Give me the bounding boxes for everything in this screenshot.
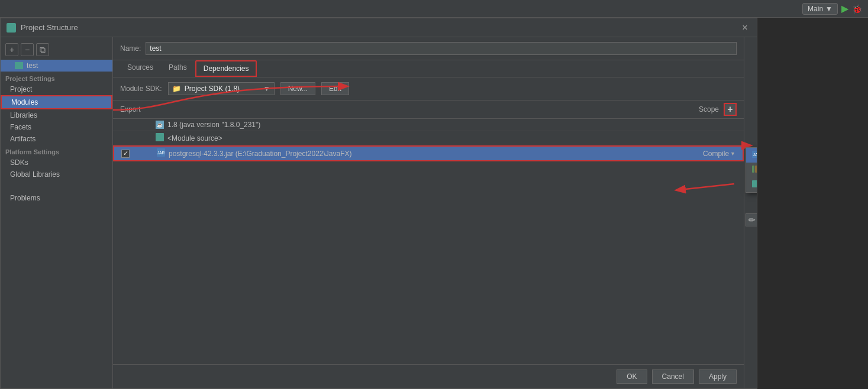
svg-text:JAR: JAR bbox=[157, 151, 164, 155]
edit-dependency-button[interactable]: ✏ bbox=[746, 213, 757, 226]
name-input[interactable] bbox=[146, 42, 737, 55]
module-source-name-cell: <Module source> bbox=[156, 133, 677, 143]
svg-text:JAR: JAR bbox=[753, 153, 757, 157]
dialog-container: Project Structure × + − ⧉ test Project S… bbox=[0, 18, 868, 389]
module-source-name: <Module source> bbox=[167, 134, 222, 142]
dep-row-postgresql[interactable]: JAR postgresql-42.3.3.jar (E:\Graduation… bbox=[113, 145, 744, 161]
svg-rect-2 bbox=[156, 133, 164, 141]
sdk-new-button[interactable]: New... bbox=[280, 82, 315, 95]
project-settings-section: Project Settings bbox=[1, 72, 112, 83]
tabs-row: Sources Paths Dependencies bbox=[113, 60, 744, 77]
name-label: Name: bbox=[120, 44, 141, 53]
chevron-down-icon: ▼ bbox=[263, 85, 270, 93]
jdk-name-cell: ☕ 1.8 (java version "1.8.0_231") bbox=[156, 121, 677, 129]
tab-paths[interactable]: Paths bbox=[162, 60, 194, 77]
add-dep-area: + bbox=[724, 103, 737, 116]
svg-text:☕: ☕ bbox=[157, 122, 163, 128]
sidebar-toolbar: + − ⧉ bbox=[1, 42, 112, 57]
sidebar-item-global-libraries[interactable]: Global Libraries bbox=[1, 168, 112, 180]
svg-rect-7 bbox=[752, 166, 754, 173]
module-dep-dropdown-icon bbox=[752, 180, 757, 189]
svg-rect-10 bbox=[752, 180, 757, 187]
dep-row-module-source[interactable]: <Module source> bbox=[113, 131, 744, 145]
add-dependency-dropdown: JAR 1 JARs or directories... bbox=[746, 147, 757, 193]
postgresql-checkbox[interactable] bbox=[121, 150, 130, 158]
sidebar-item-libraries[interactable]: Libraries bbox=[1, 109, 112, 121]
sidebar-item-artifacts[interactable]: Artifacts bbox=[1, 133, 112, 145]
dependencies-table: ☕ 1.8 (java version "1.8.0_231") bbox=[113, 119, 744, 364]
jdk-icon: ☕ bbox=[156, 121, 164, 129]
sidebar-item-facets[interactable]: Facets bbox=[1, 121, 112, 133]
dropdown-item-library[interactable]: 2 Library... ▶ bbox=[746, 163, 757, 177]
sidebar-item-modules[interactable]: Modules bbox=[1, 95, 112, 109]
platform-settings-section: Platform Settings bbox=[1, 145, 112, 157]
postgresql-name-cell: JAR postgresql-42.3.3.jar (E:\Graduation… bbox=[157, 148, 676, 158]
module-source-icon bbox=[156, 133, 164, 143]
module-sdk-row: Module SDK: 📁 Project SDK (1.8) ▼ New...… bbox=[113, 77, 744, 101]
ok-button[interactable]: OK bbox=[617, 369, 647, 384]
cancel-button[interactable]: Cancel bbox=[652, 369, 694, 384]
scope-value: Compile bbox=[703, 150, 729, 158]
deps-header: Export Scope + bbox=[113, 101, 744, 119]
postgresql-name: postgresql-42.3.3.jar (E:\Graduation_Pro… bbox=[169, 150, 352, 158]
sidebar-item-problems[interactable]: Problems bbox=[1, 192, 112, 204]
scope-header: Scope bbox=[660, 105, 719, 114]
add-dependency-button[interactable]: + bbox=[724, 103, 737, 116]
sidebar-item-sdks[interactable]: SDKs bbox=[1, 157, 112, 168]
jar-dropdown-icon: JAR bbox=[752, 151, 757, 160]
chevron-down-icon: ▼ bbox=[825, 5, 832, 13]
sdk-edit-button[interactable]: Edit bbox=[321, 82, 349, 95]
dep-row-jdk[interactable]: ☕ 1.8 (java version "1.8.0_231") bbox=[113, 119, 744, 131]
outer-right-area bbox=[757, 18, 868, 389]
sidebar-item-project[interactable]: Project bbox=[1, 83, 112, 95]
dialog-footer: OK Cancel Apply bbox=[113, 364, 744, 388]
add-module-button[interactable]: + bbox=[5, 43, 18, 56]
postgresql-scope-cell: Compile ▼ bbox=[676, 150, 735, 158]
scope-arrow-icon[interactable]: ▼ bbox=[730, 151, 735, 157]
project-structure-dialog: Project Structure × + − ⧉ test Project S… bbox=[0, 18, 757, 389]
module-item-test[interactable]: test bbox=[1, 60, 112, 72]
jar-icon: JAR bbox=[157, 148, 165, 158]
sdk-value: Project SDK (1.8) bbox=[185, 85, 240, 93]
export-header: Export bbox=[120, 105, 156, 114]
module-item-label: test bbox=[27, 61, 38, 70]
apply-button[interactable]: Apply bbox=[699, 369, 737, 384]
top-bar: Main ▼ ▶ 🐞 bbox=[0, 0, 868, 18]
tab-sources[interactable]: Sources bbox=[120, 60, 160, 77]
close-button[interactable]: × bbox=[739, 22, 751, 33]
right-tools-panel: JAR 1 JARs or directories... bbox=[744, 37, 757, 388]
lib-dropdown-icon bbox=[752, 166, 757, 174]
dropdown-item-module-dep[interactable]: 3 Module Dependency... bbox=[746, 177, 757, 192]
svg-rect-8 bbox=[755, 166, 757, 173]
dialog-body: + − ⧉ test Project Settings Project Modu… bbox=[1, 37, 757, 388]
tab-dependencies[interactable]: Dependencies bbox=[195, 60, 257, 77]
sdk-folder-icon: 📁 bbox=[172, 85, 181, 93]
module-icon bbox=[15, 62, 23, 69]
sidebar: + − ⧉ test Project Settings Project Modu… bbox=[1, 37, 113, 388]
main-content: Name: Sources Paths Dependencies bbox=[113, 37, 744, 388]
dialog-titlebar: Project Structure × bbox=[1, 18, 757, 37]
run-config-selector[interactable]: Main ▼ bbox=[802, 3, 838, 15]
dialog-title: Project Structure bbox=[21, 23, 734, 32]
name-row: Name: bbox=[113, 37, 744, 60]
postgresql-export-cell bbox=[121, 150, 157, 158]
debug-button[interactable]: 🐞 bbox=[852, 4, 862, 14]
copy-module-button[interactable]: ⧉ bbox=[36, 43, 49, 56]
run-button[interactable]: ▶ bbox=[841, 3, 848, 14]
run-config-label: Main bbox=[808, 5, 823, 13]
remove-module-button[interactable]: − bbox=[21, 43, 34, 56]
dropdown-item-jars[interactable]: JAR 1 JARs or directories... bbox=[746, 148, 757, 163]
jdk-name: 1.8 (java version "1.8.0_231") bbox=[167, 121, 260, 129]
sdk-label: Module SDK: bbox=[120, 85, 162, 93]
dialog-icon bbox=[7, 23, 16, 33]
sdk-select[interactable]: 📁 Project SDK (1.8) ▼ bbox=[168, 82, 275, 95]
